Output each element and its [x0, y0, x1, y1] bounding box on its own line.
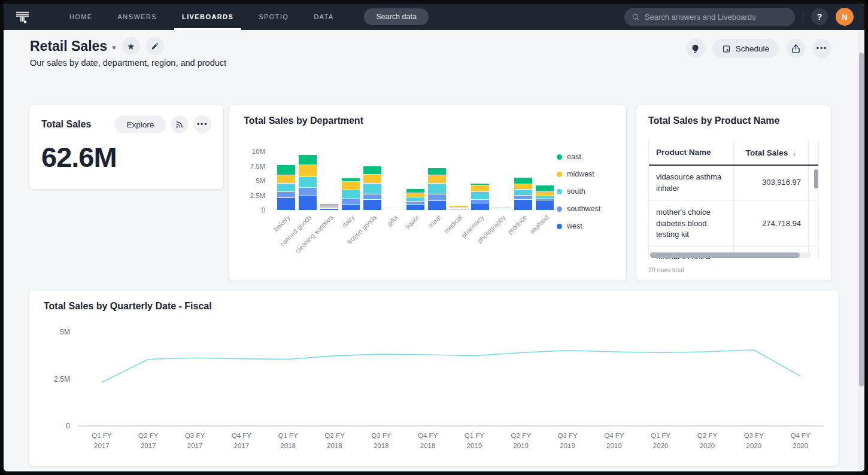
bar-segment-southwest[interactable]	[277, 191, 295, 197]
bar-segment-east[interactable]	[514, 177, 532, 184]
share-button[interactable]	[786, 39, 805, 58]
nav-tab-data[interactable]: DATA	[301, 4, 346, 30]
bar-segment-west[interactable]	[428, 200, 446, 210]
bar-y-tick-label: 0	[262, 206, 265, 214]
bar-segment-south[interactable]	[342, 190, 360, 199]
bar-segment-southwest[interactable]	[299, 187, 317, 195]
table-row[interactable]: mother's choice diabetes blood testing k…	[649, 201, 818, 248]
search-data-button[interactable]: Search data	[364, 8, 428, 25]
help-button[interactable]: ?	[811, 8, 828, 25]
bar-segment-midwest[interactable]	[514, 184, 532, 189]
bar-segment-south[interactable]	[514, 189, 532, 195]
bar-segment-west[interactable]	[514, 199, 532, 210]
bar-frozen-goods[interactable]: frozen goods	[363, 151, 381, 210]
bar-segment-east[interactable]	[536, 185, 554, 191]
edit-button[interactable]	[146, 37, 164, 55]
global-search-input[interactable]	[645, 13, 788, 22]
kpi-more-button[interactable]: •••	[193, 115, 211, 133]
monitor-button[interactable]	[171, 115, 189, 133]
insights-button[interactable]	[686, 39, 705, 58]
column-header-product-name[interactable]: Product Name	[649, 141, 734, 165]
bar-photography[interactable]: photography	[493, 151, 511, 210]
schedule-button[interactable]: Schedule	[712, 39, 779, 58]
nav-tab-home[interactable]: HOME	[57, 4, 105, 30]
bar-segment-west[interactable]	[450, 209, 468, 210]
bar-segment-south[interactable]	[277, 183, 295, 191]
global-search-field[interactable]	[624, 8, 795, 26]
bar-segment-southwest[interactable]	[514, 195, 532, 199]
bar-segment-south[interactable]	[363, 183, 381, 194]
bar-segment-west[interactable]	[363, 199, 381, 210]
legend-item-east[interactable]: east	[557, 153, 612, 161]
bar-segment-midwest[interactable]	[428, 175, 446, 183]
bar-segment-south[interactable]	[406, 197, 424, 201]
line-plot[interactable]	[78, 332, 824, 427]
sort-descending-icon[interactable]: ↓	[792, 148, 796, 157]
bar-segment-west[interactable]	[471, 203, 489, 210]
bar-bakery[interactable]: bakery	[277, 151, 295, 210]
table-horizontal-scroll-thumb[interactable]	[650, 252, 800, 258]
bar-segment-southwest[interactable]	[342, 198, 360, 204]
legend-item-west[interactable]: west	[557, 222, 612, 230]
bar-segment-south[interactable]	[471, 191, 489, 199]
header-actions: Schedule •••	[686, 37, 831, 58]
bar-meat[interactable]: meat	[428, 151, 446, 210]
legend-dot	[557, 224, 562, 229]
chevron-down-icon[interactable]: ▾	[112, 41, 116, 52]
bar-cleaning-supplies[interactable]: cleaning supplies	[320, 151, 338, 210]
nav-tab-answers[interactable]: ANSWERS	[105, 4, 169, 30]
bar-canned-goods[interactable]: canned goods	[299, 151, 317, 210]
bar-segment-midwest[interactable]	[536, 191, 554, 196]
bar-dairy[interactable]: dairy	[342, 151, 360, 210]
bar-produce[interactable]: produce	[514, 151, 532, 210]
bar-plot[interactable]: bakerycanned goodscleaning suppliesdairy…	[277, 151, 554, 210]
bar-segment-midwest[interactable]	[406, 193, 424, 197]
bar-segment-midwest[interactable]	[471, 185, 489, 191]
bar-segment-west[interactable]	[277, 197, 295, 210]
bar-segment-west[interactable]	[536, 200, 554, 210]
bar-segment-midwest[interactable]	[299, 165, 317, 177]
favorite-button[interactable]: ★	[122, 37, 140, 55]
legend-item-south[interactable]: south	[557, 187, 612, 196]
bar-segment-west[interactable]	[406, 204, 424, 210]
table-header-row: Product Name Total Sales ↓	[649, 141, 818, 166]
bar-pharmacy[interactable]: pharmacy	[471, 151, 489, 210]
table-vertical-scrollbar[interactable]	[814, 169, 818, 188]
nav-tab-liveboards[interactable]: LIVEBOARDS	[169, 4, 246, 30]
bar-segment-southwest[interactable]	[363, 194, 381, 199]
legend-item-midwest[interactable]: midwest	[557, 170, 612, 178]
bar-segment-southwest[interactable]	[428, 194, 446, 200]
bar-segment-east[interactable]	[363, 166, 381, 175]
bar-segment-midwest[interactable]	[342, 181, 360, 190]
bar-segment-east[interactable]	[406, 188, 424, 193]
nav-tab-spotiq[interactable]: SPOTIQ	[246, 4, 301, 30]
table-row[interactable]: vidasource asthma inhaler303,916.97	[649, 166, 818, 201]
legend-item-southwest[interactable]: southwest	[557, 205, 612, 213]
line-y-axis: 5M2.5M0	[44, 332, 78, 426]
line-x-label: Q1 FY 2020	[638, 431, 684, 452]
bar-segment-east[interactable]	[277, 165, 295, 175]
window-scrollbar-thumb[interactable]	[859, 53, 864, 386]
user-avatar[interactable]: N	[836, 8, 854, 26]
more-options-button[interactable]: •••	[812, 39, 831, 58]
bar-seafood[interactable]: seafood	[536, 151, 554, 210]
bar-segment-midwest[interactable]	[363, 174, 381, 183]
nav-right-group: ? N	[624, 8, 854, 26]
bar-segment-south[interactable]	[299, 176, 317, 187]
bar-segment-midwest[interactable]	[277, 175, 295, 184]
line-x-label: Q2 FY 2018	[311, 431, 358, 452]
bar-gifts[interactable]: gifts	[385, 151, 403, 210]
bar-segment-west[interactable]	[342, 204, 360, 210]
explore-button[interactable]: Explore	[114, 115, 166, 133]
bar-segment-west[interactable]	[385, 209, 403, 210]
bar-segment-east[interactable]	[428, 168, 446, 175]
column-header-total-sales[interactable]: Total Sales ↓	[734, 141, 809, 165]
thoughtspot-logo[interactable]	[14, 9, 31, 25]
bar-segment-west[interactable]	[320, 208, 338, 210]
bar-segment-west[interactable]	[299, 196, 317, 211]
bar-segment-east[interactable]	[299, 154, 317, 165]
bar-segment-west[interactable]	[493, 209, 511, 210]
bar-medical[interactable]: medical	[450, 151, 468, 210]
bar-segment-south[interactable]	[428, 183, 446, 194]
bar-liquor[interactable]: liquor	[406, 151, 424, 210]
